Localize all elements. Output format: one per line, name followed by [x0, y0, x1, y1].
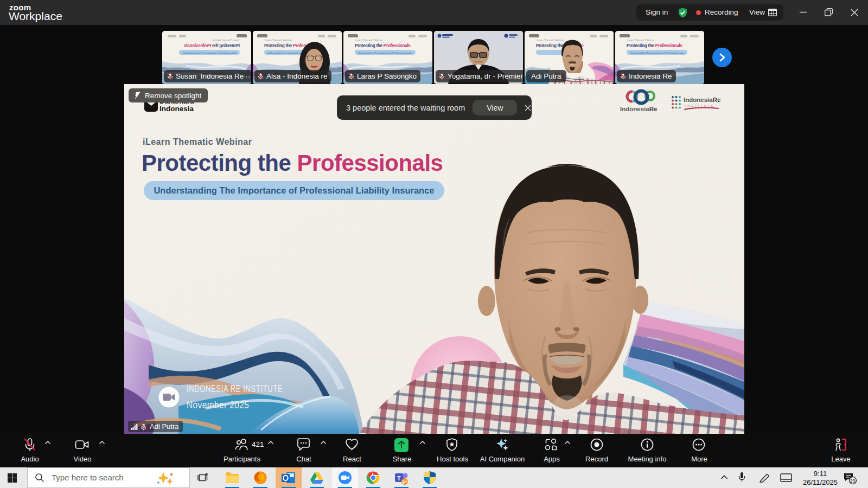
svg-text:Understanding The Importance o: Understanding The Importance of Professi… — [630, 52, 685, 54]
svg-text:iLearn Thematic Webinar: iLearn Thematic Webinar — [212, 39, 239, 42]
svg-text:20: 20 — [850, 478, 856, 484]
svg-text:Understanding The Importance o: Understanding The Importance of Professi… — [181, 52, 237, 54]
svg-text:IndonesiaRe: IndonesiaRe — [684, 97, 720, 103]
svg-text:iLearn Thematic Webinar: iLearn Thematic Webinar — [537, 39, 564, 42]
svg-text:iLearn Thematic Webinar: iLearn Thematic Webinar — [265, 39, 292, 42]
svg-text:Understanding The Importance o: Understanding The Importance of Professi… — [358, 52, 413, 54]
svg-text:Protecting the Professionals: Protecting the Professionals — [627, 43, 682, 48]
svg-text:iLearn Thematic Webinar: iLearn Thematic Webinar — [627, 39, 655, 42]
svg-text:T: T — [397, 475, 401, 481]
svg-text:9+: 9+ — [403, 479, 408, 485]
svg-text:Indonesia: Indonesia — [159, 105, 194, 113]
svg-text:INSTITUTE: INSTITUTE — [685, 104, 714, 107]
svg-text:iLearn Thematic Webinar: iLearn Thematic Webinar — [355, 39, 383, 42]
svg-text:Protecting the Professionals: Protecting the Professionals — [184, 43, 240, 48]
svg-text:IndonesiaRe: IndonesiaRe — [620, 106, 657, 112]
svg-text:Protecting the Professionals: Protecting the Professionals — [355, 43, 411, 48]
